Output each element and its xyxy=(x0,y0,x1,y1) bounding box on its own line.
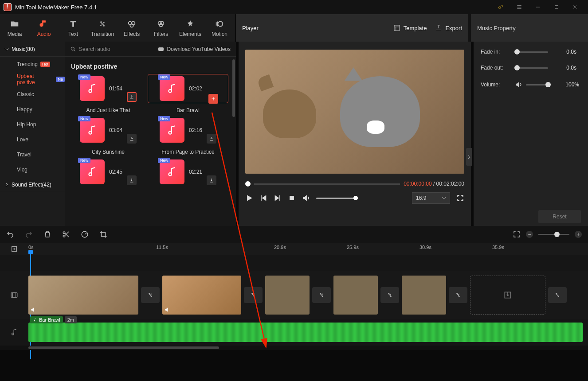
transition-slot[interactable] xyxy=(380,287,399,303)
delete-button[interactable] xyxy=(43,230,51,238)
redo-button[interactable] xyxy=(25,230,33,238)
category-classic[interactable]: Classic xyxy=(0,87,65,102)
reset-button[interactable]: Reset xyxy=(538,210,581,223)
zoom-in-button[interactable]: + xyxy=(575,231,582,238)
video-clip[interactable] xyxy=(265,276,310,315)
current-time: 00:00:00:00 xyxy=(404,181,431,187)
prev-frame-button[interactable] xyxy=(259,194,267,202)
audio-track-item[interactable]: New03:04 City Sunshine xyxy=(68,116,148,158)
speed-button[interactable] xyxy=(81,230,89,238)
fullscreen-button[interactable] xyxy=(456,194,464,202)
search-input[interactable]: Search audio xyxy=(70,46,153,52)
transition-slot[interactable] xyxy=(141,287,160,303)
category-hip-hop[interactable]: Hip Hop xyxy=(0,117,65,132)
clip-drop-zone[interactable] xyxy=(470,276,545,315)
tab-filters[interactable]: Filters xyxy=(146,14,176,42)
audio-track-item[interactable]: New02:16 From Page to Practice xyxy=(148,116,228,158)
section-title: Upbeat positive xyxy=(65,57,236,74)
minimize-button[interactable] xyxy=(529,0,547,14)
category-trending[interactable]: TrendingHot xyxy=(0,57,65,72)
svg-point-19 xyxy=(63,232,65,234)
svg-rect-1 xyxy=(555,6,558,9)
fit-button[interactable] xyxy=(513,230,521,238)
sound-effect-group-header[interactable]: Sound Effect(42) xyxy=(0,177,65,192)
split-button[interactable] xyxy=(62,230,70,238)
collapse-properties-button[interactable] xyxy=(466,148,472,166)
zoom-out-button[interactable]: − xyxy=(526,231,533,238)
tab-motion[interactable]: Motion xyxy=(205,14,234,42)
audio-clip[interactable]: Bar Brawl 2m xyxy=(28,323,583,342)
audio-track-lane[interactable]: Bar Brawl 2m xyxy=(0,319,588,346)
download-track-button[interactable] xyxy=(207,134,216,144)
svg-point-8 xyxy=(218,21,223,26)
audio-track-item[interactable]: New02:21 xyxy=(148,158,228,199)
category-travel[interactable]: Travel xyxy=(0,147,65,162)
maximize-button[interactable] xyxy=(547,0,566,14)
transition-slot[interactable] xyxy=(312,287,331,303)
tab-elements[interactable]: Elements xyxy=(176,14,205,42)
category-upbeat-positive[interactable]: Upbeat positiveNe xyxy=(0,72,65,87)
timeline-toolbar: − + xyxy=(0,226,588,243)
total-time: 00:02:02:00 xyxy=(436,181,464,187)
fade-out-slider[interactable] xyxy=(514,67,548,69)
transition-slot[interactable] xyxy=(449,287,467,303)
overlay-track-lane[interactable] xyxy=(0,255,588,271)
aspect-ratio-select[interactable]: 16:9 xyxy=(412,192,450,204)
stop-button[interactable] xyxy=(288,194,296,202)
svg-point-0 xyxy=(498,7,501,9)
tab-effects[interactable]: Effects xyxy=(117,14,146,42)
download-track-button[interactable] xyxy=(207,175,216,185)
svg-rect-9 xyxy=(394,25,400,31)
fade-in-slider[interactable] xyxy=(514,51,548,53)
video-clip[interactable] xyxy=(333,276,378,315)
hamburger-menu-icon[interactable] xyxy=(510,0,529,14)
video-clip[interactable] xyxy=(28,276,138,315)
audio-browser: Search audio Download YouTube Videos Upb… xyxy=(65,42,236,226)
audio-track-item[interactable]: New01:54 And Just Like That xyxy=(68,74,148,116)
timeline-horizontal-scrollbar[interactable] xyxy=(0,346,588,350)
tab-media[interactable]: Media xyxy=(0,14,29,42)
music-group-header[interactable]: Music(80) xyxy=(0,42,65,57)
transition-slot[interactable] xyxy=(548,287,567,303)
tab-transition[interactable]: Transition xyxy=(88,14,117,42)
volume-slider[interactable] xyxy=(316,198,358,199)
audio-track-item[interactable]: New02:45 xyxy=(68,158,148,199)
fade-out-label: Fade out: xyxy=(481,65,514,71)
download-track-button[interactable] xyxy=(127,175,137,185)
video-track-lane[interactable] xyxy=(0,271,588,319)
download-track-button[interactable] xyxy=(127,92,137,102)
tab-audio[interactable]: Audio xyxy=(29,14,59,42)
app-logo xyxy=(4,3,12,11)
video-clip[interactable] xyxy=(162,276,241,315)
playhead-scrubber[interactable]: 00:00:00:00 / 00:02:02:00 xyxy=(245,181,464,187)
crop-button[interactable] xyxy=(99,230,107,238)
volume-icon[interactable] xyxy=(302,194,310,202)
template-button[interactable]: Template xyxy=(393,24,427,32)
volume-slider[interactable] xyxy=(526,84,551,86)
add-track-icon[interactable] xyxy=(0,243,28,255)
add-track-button[interactable] xyxy=(208,94,218,104)
transition-slot[interactable] xyxy=(244,287,263,303)
category-vlog[interactable]: Vlog xyxy=(0,162,65,177)
video-clip[interactable] xyxy=(402,276,446,315)
next-frame-button[interactable] xyxy=(274,194,282,202)
tab-text[interactable]: Text xyxy=(59,14,88,42)
timeline-ruler[interactable]: 0s 11.5s 20.9s 25.9s 30.9s 35.9s xyxy=(0,243,588,255)
undo-button[interactable] xyxy=(6,230,14,238)
audio-track-item[interactable]: New02:02 Bar Brawl xyxy=(148,74,228,116)
player-header: Player Template Export xyxy=(236,14,468,42)
play-button[interactable] xyxy=(245,194,253,202)
fade-out-value: 0.0s xyxy=(557,65,576,71)
video-preview[interactable] xyxy=(245,50,464,174)
audio-category-sidebar: Music(80) TrendingHot Upbeat positiveNe … xyxy=(0,42,65,226)
close-button[interactable] xyxy=(566,0,584,14)
activate-key-icon[interactable] xyxy=(491,0,510,14)
download-track-button[interactable] xyxy=(127,134,137,144)
download-youtube-button[interactable]: Download YouTube Videos xyxy=(157,46,231,53)
browser-scrollbar[interactable] xyxy=(232,59,235,117)
volume-label: Volume: xyxy=(481,82,514,88)
export-button[interactable]: Export xyxy=(435,24,462,32)
zoom-slider[interactable] xyxy=(538,234,569,235)
category-happy[interactable]: Happy xyxy=(0,102,65,117)
category-love[interactable]: Love xyxy=(0,132,65,147)
